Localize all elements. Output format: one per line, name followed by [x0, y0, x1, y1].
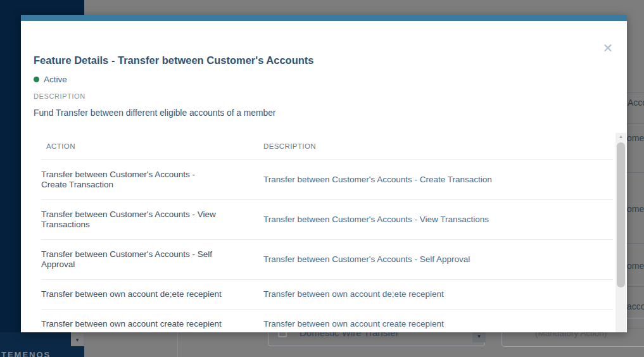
- chevron-down-icon: ▾: [477, 333, 481, 339]
- scrollbar-thumb[interactable]: [617, 142, 625, 287]
- table-row[interactable]: Transfer between own account de;ete rece…: [41, 280, 613, 310]
- screen: ▾ TEMENOS Domestic Wire Transfer ▾ (Mand…: [0, 0, 644, 357]
- description-text: Fund Transfer between different eligible…: [34, 108, 275, 118]
- description-cell: Transfer between Customer's Accounts - S…: [263, 254, 613, 265]
- description-cell: Transfer between own account de;ete rece…: [263, 289, 613, 299]
- bg-divider: [627, 243, 644, 244]
- modal-title: Feature Details - Transfer between Custo…: [34, 54, 314, 66]
- description-section-label: DESCRIPTION: [34, 92, 85, 100]
- action-cell: Transfer between Customer's Accounts - S…: [41, 249, 222, 270]
- chevron-down-icon: ▾: [76, 337, 79, 343]
- sidebar-top: [0, 0, 84, 15]
- bg-text-fragment: acco: [627, 301, 644, 311]
- status-dot-icon: [34, 77, 39, 82]
- bg-divider: [627, 92, 644, 93]
- temenos-logo: TEMENOS: [1, 350, 51, 357]
- close-icon[interactable]: ✕: [600, 41, 616, 56]
- bg-divider: [627, 123, 644, 124]
- table-row[interactable]: Transfer between Customer's Accounts - S…: [41, 240, 613, 280]
- status-label: Active: [44, 75, 67, 84]
- status-badge: Active: [34, 75, 67, 84]
- bg-text-fragment: omer: [627, 133, 644, 143]
- actions-table: ACTION DESCRIPTION Transfer between Cust…: [41, 133, 613, 332]
- description-cell: Transfer between Customer's Accounts - V…: [263, 215, 613, 225]
- bg-divider: [627, 286, 644, 287]
- column-header-action: ACTION: [41, 142, 263, 150]
- modal-scrollbar[interactable]: ▲: [616, 133, 626, 332]
- bg-panel-divider: [177, 332, 178, 357]
- sidebar-left-strip: [0, 15, 21, 357]
- modal-accent-bar: [21, 15, 627, 21]
- sidebar-collapse-button[interactable]: ▾: [71, 334, 84, 346]
- table-row[interactable]: Transfer between own account create rece…: [41, 310, 613, 332]
- action-cell: Transfer between own account de;ete rece…: [41, 289, 222, 299]
- description-cell: Transfer between Customer's Accounts - C…: [263, 175, 613, 185]
- feature-details-modal: ✕ Feature Details - Transfer between Cus…: [21, 15, 627, 332]
- bg-text-fragment: Acco: [628, 97, 644, 108]
- table-row[interactable]: Transfer between Customer's Accounts - C…: [41, 160, 613, 200]
- action-cell: Transfer between Customer's Accounts - C…: [41, 170, 222, 190]
- bg-text-fragment: omer: [627, 261, 644, 271]
- description-cell: Transfer between own account create rece…: [263, 319, 613, 329]
- scroll-up-icon[interactable]: ▲: [616, 134, 626, 139]
- action-cell: Transfer between Customer's Accounts - V…: [41, 210, 222, 230]
- bg-divider: [627, 172, 644, 173]
- table-row[interactable]: Transfer between Customer's Accounts - V…: [41, 200, 613, 240]
- action-cell: Transfer between own account create rece…: [41, 319, 222, 329]
- column-header-description: DESCRIPTION: [263, 142, 613, 150]
- bg-divider: [627, 328, 644, 329]
- table-header-row: ACTION DESCRIPTION: [41, 133, 613, 160]
- bg-text-fragment: omer: [627, 204, 644, 214]
